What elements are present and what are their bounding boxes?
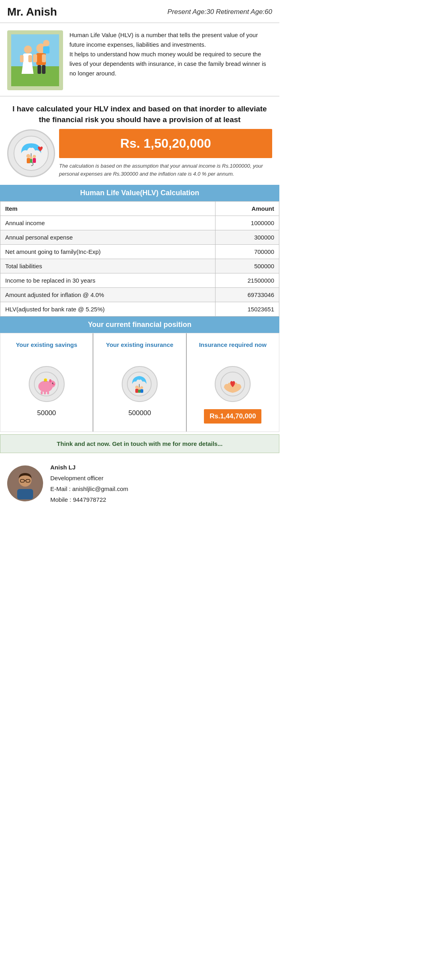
svg-rect-21 [33, 158, 36, 163]
intro-section: Human Life Value (HLV) is a number that … [0, 23, 279, 97]
fin-col-title-0: Your existing savings [16, 341, 77, 359]
svg-text:$: $ [45, 379, 46, 382]
svg-point-29 [52, 384, 55, 385]
table-cell-item: Annual personal expense [0, 230, 216, 245]
table-row: Amount adjusted for inflation @ 4.0%6973… [0, 288, 279, 302]
agent-name: Anish LJ [50, 462, 128, 473]
table-cell-item: HLV(adjusted for bank rate @ 5.25%) [0, 302, 216, 317]
agent-role: Development officer [50, 473, 128, 483]
table-row: Income to be replaced in 30 years2150000… [0, 273, 279, 288]
svg-rect-19 [27, 158, 30, 163]
table-cell-amount: 500000 [216, 259, 279, 273]
svg-rect-39 [135, 389, 138, 393]
age-info: Present Age:30 Retirement Age:60 [168, 8, 272, 16]
table-cell-item: Income to be replaced in 30 years [0, 273, 216, 288]
fin-col-value-1: 500000 [129, 409, 151, 417]
svg-rect-43 [138, 390, 140, 393]
cta-bar: Think and act now. Get in touch with me … [0, 434, 279, 453]
agent-email: E-Mail : anishljlic@gmail.com [50, 483, 128, 494]
svg-rect-6 [42, 54, 46, 62]
fin-col-value-0: 50000 [37, 409, 56, 417]
svg-rect-2 [11, 66, 59, 86]
col-amount: Amount [216, 202, 279, 216]
svg-rect-23 [30, 159, 32, 163]
table-header: Human Life Value(HLV) Calculation [0, 185, 279, 201]
table-cell-item: Annual income [0, 216, 216, 230]
fin-col-icon-2 [215, 366, 251, 402]
svg-point-22 [30, 156, 32, 159]
table-row: Net amount going to family(Inc-Exp)70000… [0, 245, 279, 259]
col-item: Item [0, 202, 216, 216]
table-row: Annual income1000000 [0, 216, 279, 230]
svg-rect-35 [47, 391, 49, 394]
fin-position: Your existing savings $ 50000Your existi… [0, 333, 279, 432]
fin-col-1: Your existing insurance 500000 [93, 333, 186, 432]
fin-col-value-2: Rs.1,44,70,000 [204, 409, 261, 424]
person-name: Mr. Anish [7, 6, 57, 18]
svg-point-42 [138, 387, 140, 390]
table-cell-amount: 69733046 [216, 288, 279, 302]
svg-rect-47 [17, 489, 33, 499]
svg-rect-15 [43, 46, 49, 53]
table-cell-amount: 21500000 [216, 273, 279, 288]
table-cell-item: Amount adjusted for inflation @ 4.0% [0, 288, 216, 302]
svg-rect-33 [41, 391, 43, 394]
hlv-amount-box: Rs. 1,50,20,000 [59, 129, 272, 158]
svg-rect-11 [20, 55, 24, 62]
table-cell-item: Total liabilities [0, 259, 216, 273]
svg-point-14 [43, 40, 49, 46]
fin-col-title-2: Insurance required now [199, 341, 267, 359]
svg-point-38 [135, 386, 138, 389]
svg-rect-41 [140, 389, 143, 393]
svg-point-40 [140, 386, 143, 389]
svg-rect-7 [38, 65, 41, 74]
table-row: HLV(adjusted for bank rate @ 5.25%)15023… [0, 302, 279, 317]
table-cell-amount: 300000 [216, 230, 279, 245]
svg-point-20 [33, 155, 36, 158]
table-header-row: Item Amount [0, 202, 279, 216]
svg-point-18 [26, 154, 30, 158]
svg-point-28 [52, 382, 53, 384]
svg-marker-13 [22, 62, 34, 74]
fin-header: Your current financial position [0, 317, 279, 333]
calc-headline: I have calculated your HLV index and bas… [0, 97, 279, 129]
svg-point-9 [24, 46, 32, 53]
fin-col-icon-0: $ [29, 366, 65, 402]
intro-text: Human Life Value (HLV) is a number that … [69, 30, 272, 90]
table-row: Annual personal expense300000 [0, 230, 279, 245]
intro-paragraph: Human Life Value (HLV) is a number that … [69, 32, 266, 77]
fin-col-icon-1 [122, 366, 158, 402]
hlv-value-section: Rs. 1,50,20,000 The calculation is based… [0, 129, 279, 185]
table-cell-amount: 700000 [216, 245, 279, 259]
svg-point-27 [49, 379, 51, 382]
footer-info: Anish LJ Development officer E-Mail : an… [50, 462, 128, 505]
agent-mobile: Mobile : 9447978722 [50, 494, 128, 505]
table-row: Total liabilities500000 [0, 259, 279, 273]
svg-rect-34 [44, 391, 46, 394]
fin-col-2: Insurance required now Rs.1,44,70,000 [187, 333, 279, 432]
table-cell-item: Net amount going to family(Inc-Exp) [0, 245, 216, 259]
header: Mr. Anish Present Age:30 Retirement Age:… [0, 0, 279, 23]
hlv-value-right: Rs. 1,50,20,000 The calculation is based… [59, 129, 272, 178]
table-cell-amount: 1000000 [216, 216, 279, 230]
hlv-family-icon [7, 129, 55, 177]
footer: Anish LJ Development officer E-Mail : an… [0, 453, 279, 514]
svg-rect-5 [33, 54, 37, 62]
svg-rect-12 [28, 55, 32, 62]
headline-text: I have calculated your HLV index and bas… [12, 105, 267, 124]
fin-col-title-1: Your existing insurance [106, 341, 174, 359]
agent-avatar [7, 465, 43, 501]
hlv-table: Item Amount Annual income1000000Annual p… [0, 201, 279, 317]
svg-rect-8 [42, 65, 45, 74]
fin-col-0: Your existing savings $ 50000 [0, 333, 93, 432]
table-cell-amount: 15023651 [216, 302, 279, 317]
hlv-assumption: The calculation is based on the assumpti… [59, 162, 272, 178]
family-photo [7, 30, 63, 90]
